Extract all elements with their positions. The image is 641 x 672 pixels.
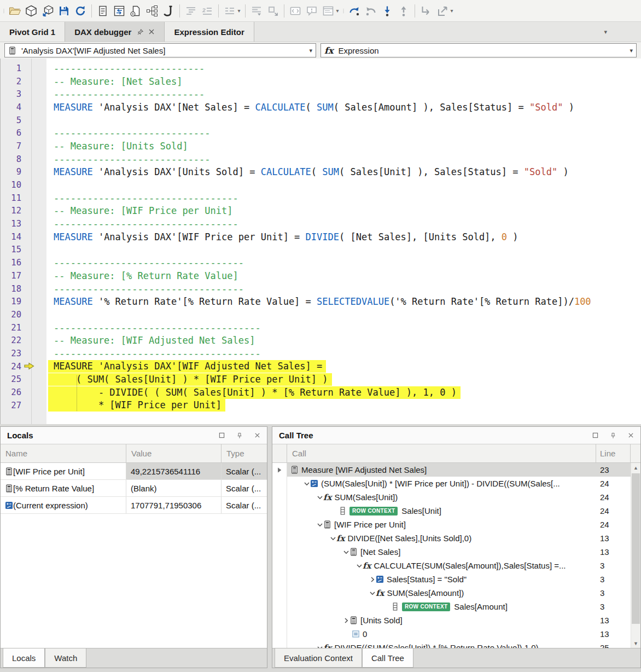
chevron-down-icon[interactable] <box>330 535 336 542</box>
local-type-cell[interactable]: Scalar (... <box>222 480 267 496</box>
chevron-right-icon[interactable] <box>369 576 376 583</box>
pin-icon[interactable] <box>610 432 616 439</box>
tab-pivot-grid-1[interactable]: Pivot Grid 1 <box>0 22 65 42</box>
call-tree-row[interactable]: [Units Sold]13 <box>272 613 640 627</box>
line-number[interactable]: 6 <box>1 128 21 138</box>
locals-column-name[interactable]: Name <box>1 444 126 462</box>
line-number[interactable]: 23 <box>1 349 21 358</box>
marker-margin[interactable] <box>21 153 46 166</box>
code-line[interactable]: 23------------------------------------- <box>1 347 641 360</box>
call-tree-row[interactable]: fxCALCULATE(SUM(Sales[Amount]),Sales[Sta… <box>272 559 640 572</box>
locals-column-type[interactable]: Type <box>222 444 267 462</box>
line-number[interactable]: 2 <box>1 77 21 86</box>
row-gutter[interactable] <box>272 641 287 648</box>
row-gutter[interactable] <box>272 490 287 504</box>
vertical-scrollbar[interactable]: ▲ ▼ <box>631 463 640 648</box>
line-number[interactable]: 22 <box>1 335 21 345</box>
editor-lines[interactable]: 1---------------------------2-- Measure:… <box>1 59 641 412</box>
marker-margin[interactable] <box>21 75 46 88</box>
call-tree-row[interactable]: Measure [WIF Adjusted Net Sales]23 <box>272 463 640 477</box>
locals-row[interactable]: [% Return Rate Value](Blank)Scalar (... <box>1 480 267 497</box>
call-cell[interactable]: ROW CONTEXTSales[Amount] <box>287 600 596 613</box>
code-line[interactable]: 27 * [WIF Price per Unit] <box>1 399 641 412</box>
row-gutter[interactable] <box>272 518 287 531</box>
grip-dots-icon[interactable] <box>341 2 346 20</box>
marker-margin[interactable] <box>21 386 46 399</box>
code-line[interactable]: 4MEASURE 'Analysis DAX'[Net Sales] = CAL… <box>1 101 641 114</box>
line-number[interactable]: 9 <box>1 167 21 177</box>
code-line[interactable]: 16---------------------------------- <box>1 256 641 269</box>
save-icon-button[interactable] <box>56 2 72 20</box>
marker-margin[interactable] <box>21 256 46 269</box>
scrollbar-thumb[interactable] <box>632 473 640 624</box>
close-icon[interactable] <box>148 27 155 37</box>
line-number[interactable]: 8 <box>1 154 21 164</box>
call-cell[interactable]: 0 <box>287 627 596 641</box>
marker-margin[interactable] <box>21 334 46 347</box>
row-gutter[interactable] <box>272 600 287 613</box>
grip-dots-icon[interactable] <box>1 2 7 20</box>
marker-margin[interactable] <box>21 282 46 296</box>
row-gutter[interactable] <box>272 627 287 641</box>
code-line[interactable]: 19MEASURE '% Return Rate'[% Return Rate … <box>1 295 641 308</box>
code-line[interactable]: 11--------------------------------- <box>1 192 641 205</box>
row-gutter[interactable] <box>272 477 287 490</box>
call-tree-row[interactable]: fxSUM(Sales[Amount])3 <box>272 586 640 600</box>
code-line[interactable]: 6---------------------------- <box>1 126 641 140</box>
marker-margin[interactable] <box>21 205 46 218</box>
code-line[interactable]: 9MEASURE 'Analysis DAX'[Units Sold] = CA… <box>1 166 641 179</box>
tab-call-tree[interactable]: Call Tree <box>362 648 413 668</box>
step-over-icon-button[interactable] <box>346 2 363 20</box>
chevron-down-icon[interactable] <box>317 645 323 648</box>
line-number[interactable]: 5 <box>1 115 21 125</box>
close-icon[interactable] <box>254 432 260 438</box>
call-tree-row[interactable]: ROW CONTEXTSales[Amount]3 <box>272 600 640 613</box>
row-gutter[interactable] <box>272 586 287 600</box>
line-number[interactable]: 26 <box>1 387 21 397</box>
tab-overflow-chevron-down-icon[interactable]: ▾ <box>604 28 607 36</box>
call-tree-row[interactable]: ROW CONTEXTSales[Unit]24 <box>272 504 640 518</box>
call-tree-row[interactable]: (SUM(Sales[Unit]) * [WIF Price per Unit]… <box>272 477 640 490</box>
call-cell[interactable]: Measure [WIF Adjusted Net Sales] <box>287 463 596 477</box>
tab-dax-debugger[interactable]: DAX debugger <box>65 22 165 42</box>
call-tree-column-line[interactable]: Line <box>596 444 631 462</box>
code-line[interactable]: 8---------------------------- <box>1 153 641 166</box>
call-tree-row[interactable]: Sales[Status] = "Sold"3 <box>272 572 640 586</box>
line-number[interactable]: 1 <box>1 63 21 73</box>
local-name-cell[interactable]: [WIF Price per Unit] <box>1 463 126 479</box>
local-type-cell[interactable]: Scalar (... <box>222 463 267 479</box>
expander-right-icon[interactable] <box>277 467 282 473</box>
pin-icon[interactable] <box>236 432 243 439</box>
marker-margin[interactable] <box>21 295 46 308</box>
marker-margin[interactable] <box>21 101 46 114</box>
line-number[interactable]: 24 <box>1 362 21 372</box>
local-value-cell[interactable]: (Blank) <box>126 480 222 496</box>
call-tree-row[interactable]: fxDIVIDE([Net Sales],[Units Sold],0)13 <box>272 531 640 545</box>
marker-margin[interactable] <box>21 166 46 179</box>
dax-code-editor[interactable]: 1---------------------------2-- Measure:… <box>0 59 641 424</box>
close-icon[interactable] <box>628 432 634 438</box>
local-value-cell[interactable]: 49,2215736541116 <box>126 463 222 479</box>
marker-margin[interactable] <box>21 269 46 282</box>
marker-margin[interactable] <box>21 308 46 321</box>
pin-side-icon[interactable] <box>137 28 144 36</box>
code-line[interactable]: 17-- Measure: [% Return Rate Value] <box>1 269 641 282</box>
code-line[interactable]: 3--------------------------- <box>1 88 641 101</box>
call-cell[interactable]: Sales[Status] = "Sold" <box>287 572 596 586</box>
line-number[interactable]: 20 <box>1 310 21 320</box>
code-line[interactable]: 22-- Measure: [WIF Adjusted Net Sales] <box>1 334 641 347</box>
tab-expression-editor[interactable]: Expression Editor <box>165 22 254 42</box>
call-cell[interactable]: fxDIVIDE([Net Sales],[Units Sold],0) <box>287 531 596 545</box>
code-line[interactable]: 18---------------------------------- <box>1 282 641 296</box>
line-number[interactable]: 25 <box>1 374 21 384</box>
marker-margin[interactable] <box>21 114 46 127</box>
call-tree-column-call[interactable]: Call <box>287 444 596 462</box>
code-line[interactable]: 13--------------------------------- <box>1 217 641 230</box>
code-line[interactable]: 1--------------------------- <box>1 62 641 75</box>
tab-locals[interactable]: Locals <box>3 648 45 668</box>
current-statement-marker[interactable] <box>21 360 46 373</box>
chevron-down-icon[interactable]: ▾ <box>448 8 455 14</box>
code-line[interactable]: 20 <box>1 308 641 321</box>
scroll-down-icon[interactable]: ▼ <box>631 639 640 648</box>
chevron-down-icon[interactable] <box>369 590 376 596</box>
